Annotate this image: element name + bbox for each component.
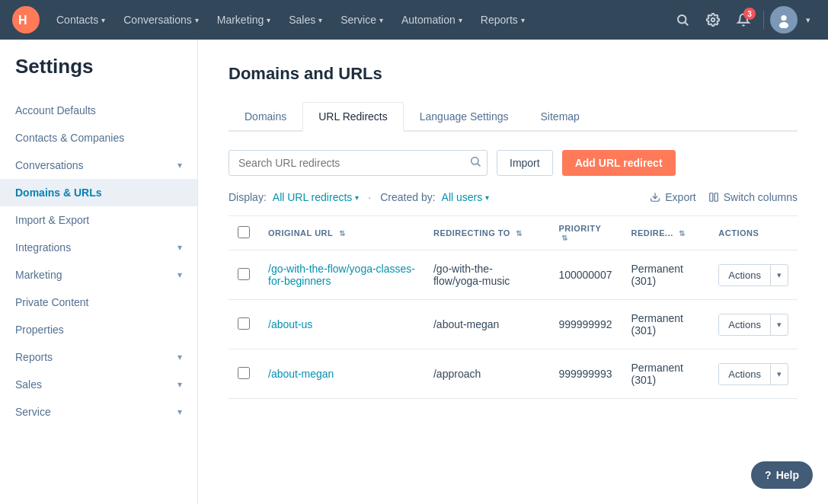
sidebar-item-marketing[interactable]: Marketing ▾ — [0, 261, 197, 289]
tab-domains[interactable]: Domains — [229, 102, 302, 132]
row-checkbox[interactable] — [238, 367, 250, 379]
sidebar-item-domains-urls[interactable]: Domains & URLs — [0, 179, 197, 206]
priority-cell: 999999992 — [549, 300, 622, 349]
priority-cell: 100000007 — [549, 250, 622, 300]
page-title-area: Settings — [0, 55, 197, 97]
chevron-down-icon: ▾ — [177, 352, 182, 362]
sidebar: Settings Account Defaults Contacts & Com… — [0, 40, 198, 504]
actions-header: ACTIONS — [709, 216, 798, 250]
actions-dropdown[interactable]: Actions ▾ — [718, 363, 788, 385]
sidebar-item-service[interactable]: Service ▾ — [0, 398, 197, 426]
actions-dropdown[interactable]: Actions ▾ — [718, 264, 788, 286]
top-nav: H Contacts ▾ Conversations ▾ Marketing ▾… — [0, 0, 828, 40]
svg-rect-11 — [709, 193, 712, 202]
settings-icon-btn[interactable] — [699, 6, 727, 33]
filter-bar: Display: All URL redirects ▾ · Created b… — [229, 191, 798, 203]
user-avatar[interactable] — [770, 6, 798, 33]
sidebar-item-contacts-companies[interactable]: Contacts & Companies — [0, 124, 197, 152]
switch-columns-button[interactable]: Switch columns — [708, 191, 798, 203]
nav-divider — [763, 11, 764, 29]
chevron-down-icon: ▾ — [485, 193, 489, 202]
sidebar-item-private-content[interactable]: Private Content — [0, 289, 197, 316]
export-button[interactable]: Export — [650, 191, 695, 203]
actions-cell: Actions ▾ — [709, 349, 798, 399]
notification-badge: 3 — [743, 8, 756, 20]
hubspot-logo[interactable]: H — [12, 6, 40, 33]
chevron-down-icon: ▾ — [101, 16, 105, 24]
redirects-table: ORIGINAL URL ⇅ REDIRECTING TO ⇅ PRIORITY… — [229, 215, 798, 399]
actions-dropdown[interactable]: Actions ▾ — [718, 314, 788, 336]
tab-language-settings[interactable]: Language Settings — [404, 102, 525, 132]
redirecting-to-cell: /approach — [424, 349, 549, 399]
chevron-down-icon[interactable]: ▾ — [771, 315, 788, 334]
chevron-down-icon: ▾ — [459, 16, 462, 24]
chevron-down-icon: ▾ — [521, 16, 525, 24]
chevron-down-icon: ▾ — [177, 270, 182, 280]
help-button[interactable]: ? Help — [751, 461, 813, 489]
priority-cell: 999999993 — [549, 349, 622, 399]
display-filter-select[interactable]: All URL redirects ▾ — [273, 191, 360, 203]
add-redirect-button[interactable]: Add URL redirect — [562, 150, 676, 176]
notifications-icon-btn[interactable]: 3 — [730, 6, 757, 33]
svg-line-3 — [685, 22, 687, 24]
sidebar-item-conversations[interactable]: Conversations ▾ — [0, 152, 197, 179]
nav-marketing[interactable]: Marketing ▾ — [209, 9, 278, 30]
sidebar-item-reports[interactable]: Reports ▾ — [0, 343, 197, 371]
nav-service[interactable]: Service ▾ — [333, 9, 391, 30]
original-url-header: ORIGINAL URL ⇅ — [259, 216, 424, 250]
sort-icon[interactable]: ⇅ — [561, 234, 568, 242]
redirecting-to-header: REDIRECTING TO ⇅ — [424, 216, 549, 250]
search-wrapper — [229, 150, 488, 176]
nav-conversations[interactable]: Conversations ▾ — [116, 9, 206, 30]
svg-point-6 — [781, 15, 786, 21]
svg-text:H: H — [18, 14, 27, 27]
priority-header: PRIORITY ⇅ — [549, 216, 622, 250]
sort-icon[interactable]: ⇅ — [516, 229, 523, 238]
user-menu-chevron[interactable]: ▾ — [801, 6, 816, 33]
sidebar-item-import-export[interactable]: Import & Export — [0, 206, 197, 234]
chevron-down-icon[interactable]: ▾ — [771, 365, 788, 384]
tab-sitemap[interactable]: Sitemap — [525, 102, 596, 132]
table-row: /about-megan /approach 999999993 Permane… — [229, 349, 798, 399]
filter-bar-actions: Export Switch columns — [650, 191, 798, 203]
import-button[interactable]: Import — [497, 150, 553, 176]
chevron-down-icon: ▾ — [177, 160, 182, 171]
sidebar-item-properties[interactable]: Properties — [0, 316, 197, 343]
chevron-down-icon: ▾ — [267, 16, 270, 24]
sidebar-item-account-defaults[interactable]: Account Defaults — [0, 97, 197, 124]
nav-automation[interactable]: Automation ▾ — [394, 9, 470, 30]
redirect-type-cell: Permanent (301) — [622, 300, 710, 349]
sort-icon[interactable]: ⇅ — [679, 229, 686, 238]
search-input[interactable] — [229, 150, 488, 176]
page-layout: Settings Account Defaults Contacts & Com… — [0, 40, 828, 504]
select-all-checkbox[interactable] — [238, 226, 250, 238]
chevron-down-icon[interactable]: ▾ — [771, 266, 788, 285]
chevron-down-icon: ▾ — [195, 16, 199, 24]
redirect-type-cell: Permanent (301) — [622, 349, 710, 399]
created-by-filter-select[interactable]: All users ▾ — [442, 191, 490, 203]
sidebar-item-integrations[interactable]: Integrations ▾ — [0, 234, 197, 261]
original-url-cell: /about-megan — [259, 349, 424, 399]
tabs-bar: Domains URL Redirects Language Settings … — [229, 102, 798, 132]
main-content: Domains and URLs Domains URL Redirects L… — [198, 40, 828, 504]
search-icon[interactable] — [469, 155, 481, 171]
nav-contacts[interactable]: Contacts ▾ — [49, 9, 113, 30]
table-row: /go-with-the-flow/yoga-classes-for-begin… — [229, 250, 798, 300]
original-url-cell: /go-with-the-flow/yoga-classes-for-begin… — [259, 250, 424, 300]
redirect-type-header: REDIRE... ⇅ — [622, 216, 710, 250]
sidebar-item-sales[interactable]: Sales ▾ — [0, 371, 197, 398]
nav-icons: 3 ▾ — [669, 6, 816, 33]
tab-url-redirects[interactable]: URL Redirects — [302, 102, 404, 132]
search-icon-btn[interactable] — [669, 6, 696, 33]
chevron-down-icon: ▾ — [177, 242, 182, 253]
row-checkbox[interactable] — [238, 268, 250, 280]
redirect-type-cell: Permanent (301) — [622, 250, 710, 300]
row-checkbox[interactable] — [238, 317, 250, 330]
nav-sales[interactable]: Sales ▾ — [281, 9, 330, 30]
sort-icon[interactable]: ⇅ — [339, 229, 346, 238]
chevron-down-icon: ▾ — [177, 407, 182, 417]
nav-reports[interactable]: Reports ▾ — [473, 9, 532, 30]
redirecting-to-cell: /go-with-the-flow/yoga-music — [424, 250, 549, 300]
section-title: Domains and URLs — [229, 64, 798, 84]
redirecting-to-cell: /about-megan — [424, 300, 549, 349]
